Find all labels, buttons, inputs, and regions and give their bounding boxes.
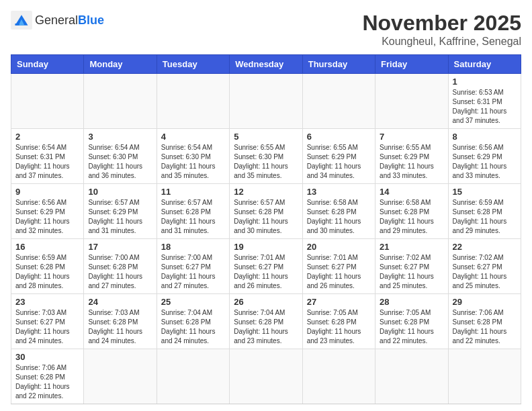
day-info: Sunrise: 6:55 AM Sunset: 6:29 PM Dayligh… (307, 143, 371, 181)
day-number: 15 (453, 187, 517, 197)
calendar-week-row: 16Sunrise: 6:59 AM Sunset: 6:28 PM Dayli… (11, 239, 521, 294)
weekday-header-tuesday: Tuesday (157, 55, 229, 74)
calendar-week-row: 9Sunrise: 6:56 AM Sunset: 6:29 PM Daylig… (11, 184, 521, 239)
day-info: Sunrise: 6:55 AM Sunset: 6:30 PM Dayligh… (234, 143, 298, 181)
calendar-cell (375, 74, 448, 129)
calendar-cell: 16Sunrise: 6:59 AM Sunset: 6:28 PM Dayli… (11, 239, 84, 294)
day-number: 5 (234, 132, 298, 142)
calendar-cell: 28Sunrise: 7:05 AM Sunset: 6:28 PM Dayli… (375, 294, 448, 349)
day-number: 14 (380, 187, 443, 197)
day-number: 12 (234, 187, 298, 197)
day-info: Sunrise: 6:59 AM Sunset: 6:28 PM Dayligh… (453, 198, 517, 236)
calendar-cell: 13Sunrise: 6:58 AM Sunset: 6:28 PM Dayli… (302, 184, 375, 239)
day-number: 4 (161, 132, 225, 142)
calendar-cell: 2Sunrise: 6:54 AM Sunset: 6:31 PM Daylig… (11, 129, 84, 184)
day-info: Sunrise: 6:57 AM Sunset: 6:28 PM Dayligh… (234, 198, 298, 236)
day-info: Sunrise: 7:05 AM Sunset: 6:28 PM Dayligh… (307, 308, 371, 346)
calendar-cell: 23Sunrise: 7:03 AM Sunset: 6:27 PM Dayli… (11, 294, 84, 349)
day-number: 23 (15, 297, 79, 307)
logo-text: GeneralBlue (35, 13, 104, 28)
weekday-header-thursday: Thursday (302, 55, 375, 74)
day-info: Sunrise: 7:00 AM Sunset: 6:27 PM Dayligh… (161, 253, 225, 291)
calendar-cell: 25Sunrise: 7:04 AM Sunset: 6:28 PM Dayli… (157, 294, 229, 349)
weekday-header-saturday: Saturday (448, 55, 521, 74)
calendar-cell (230, 74, 302, 129)
day-number: 13 (307, 187, 371, 197)
calendar-cell: 27Sunrise: 7:05 AM Sunset: 6:28 PM Dayli… (302, 294, 375, 349)
day-info: Sunrise: 6:54 AM Sunset: 6:30 PM Dayligh… (88, 143, 152, 181)
calendar-cell: 12Sunrise: 6:57 AM Sunset: 6:28 PM Dayli… (230, 184, 302, 239)
calendar-cell: 17Sunrise: 7:00 AM Sunset: 6:28 PM Dayli… (84, 239, 157, 294)
calendar-cell: 21Sunrise: 7:02 AM Sunset: 6:27 PM Dayli… (375, 239, 448, 294)
day-info: Sunrise: 6:59 AM Sunset: 6:28 PM Dayligh… (15, 253, 79, 291)
calendar-cell (84, 349, 157, 404)
day-number: 7 (380, 132, 443, 142)
calendar-cell: 6Sunrise: 6:55 AM Sunset: 6:29 PM Daylig… (302, 129, 375, 184)
day-info: Sunrise: 7:03 AM Sunset: 6:28 PM Dayligh… (88, 308, 152, 346)
day-info: Sunrise: 6:54 AM Sunset: 6:31 PM Dayligh… (15, 143, 79, 181)
day-info: Sunrise: 7:04 AM Sunset: 6:28 PM Dayligh… (161, 308, 225, 346)
day-number: 8 (453, 132, 517, 142)
day-number: 29 (453, 297, 517, 307)
calendar-cell: 7Sunrise: 6:55 AM Sunset: 6:29 PM Daylig… (375, 129, 448, 184)
calendar-cell: 22Sunrise: 7:02 AM Sunset: 6:27 PM Dayli… (448, 239, 521, 294)
day-number: 22 (453, 242, 517, 252)
calendar-cell: 9Sunrise: 6:56 AM Sunset: 6:29 PM Daylig… (11, 184, 84, 239)
day-number: 25 (161, 297, 225, 307)
month-year-title: November 2025 (362, 11, 521, 36)
calendar-cell (302, 74, 375, 129)
day-number: 30 (15, 352, 79, 362)
calendar-cell (11, 74, 84, 129)
day-info: Sunrise: 6:53 AM Sunset: 6:31 PM Dayligh… (453, 88, 517, 126)
calendar-week-row: 1Sunrise: 6:53 AM Sunset: 6:31 PM Daylig… (11, 74, 521, 129)
day-number: 9 (15, 187, 79, 197)
calendar-cell (157, 349, 229, 404)
logo-general: General (35, 13, 78, 27)
calendar-cell: 29Sunrise: 7:06 AM Sunset: 6:28 PM Dayli… (448, 294, 521, 349)
logo: GeneralBlue (11, 11, 104, 30)
day-number: 16 (15, 242, 79, 252)
day-number: 18 (161, 242, 225, 252)
calendar-cell: 19Sunrise: 7:01 AM Sunset: 6:27 PM Dayli… (230, 239, 302, 294)
day-number: 6 (307, 132, 371, 142)
calendar-cell: 18Sunrise: 7:00 AM Sunset: 6:27 PM Dayli… (157, 239, 229, 294)
calendar-week-row: 23Sunrise: 7:03 AM Sunset: 6:27 PM Dayli… (11, 294, 521, 349)
location-subtitle: Koungheul, Kaffrine, Senegal (362, 36, 521, 48)
calendar-cell: 4Sunrise: 6:54 AM Sunset: 6:30 PM Daylig… (157, 129, 229, 184)
day-number: 19 (234, 242, 298, 252)
day-info: Sunrise: 6:58 AM Sunset: 6:28 PM Dayligh… (380, 198, 443, 236)
calendar-cell: 1Sunrise: 6:53 AM Sunset: 6:31 PM Daylig… (448, 74, 521, 129)
day-number: 21 (380, 242, 443, 252)
day-info: Sunrise: 6:58 AM Sunset: 6:28 PM Dayligh… (307, 198, 371, 236)
calendar-cell: 15Sunrise: 6:59 AM Sunset: 6:28 PM Dayli… (448, 184, 521, 239)
day-info: Sunrise: 7:05 AM Sunset: 6:28 PM Dayligh… (380, 308, 443, 346)
weekday-header-sunday: Sunday (11, 55, 84, 74)
day-info: Sunrise: 6:57 AM Sunset: 6:29 PM Dayligh… (88, 198, 152, 236)
day-info: Sunrise: 7:01 AM Sunset: 6:27 PM Dayligh… (307, 253, 371, 291)
calendar-cell: 20Sunrise: 7:01 AM Sunset: 6:27 PM Dayli… (302, 239, 375, 294)
calendar-cell (84, 74, 157, 129)
calendar-cell: 24Sunrise: 7:03 AM Sunset: 6:28 PM Dayli… (84, 294, 157, 349)
day-info: Sunrise: 7:00 AM Sunset: 6:28 PM Dayligh… (88, 253, 152, 291)
logo-blue: Blue (78, 13, 104, 27)
svg-rect-3 (15, 24, 19, 26)
calendar-cell (157, 74, 229, 129)
day-info: Sunrise: 7:06 AM Sunset: 6:28 PM Dayligh… (453, 308, 517, 346)
calendar-cell: 8Sunrise: 6:56 AM Sunset: 6:29 PM Daylig… (448, 129, 521, 184)
day-number: 26 (234, 297, 298, 307)
day-info: Sunrise: 7:06 AM Sunset: 6:28 PM Dayligh… (15, 363, 79, 401)
weekday-header-row: SundayMondayTuesdayWednesdayThursdayFrid… (11, 55, 521, 74)
calendar-cell (230, 349, 302, 404)
calendar-cell (448, 349, 521, 404)
day-info: Sunrise: 7:02 AM Sunset: 6:27 PM Dayligh… (453, 253, 517, 291)
calendar-cell: 11Sunrise: 6:57 AM Sunset: 6:28 PM Dayli… (157, 184, 229, 239)
day-info: Sunrise: 7:04 AM Sunset: 6:28 PM Dayligh… (234, 308, 298, 346)
day-info: Sunrise: 6:56 AM Sunset: 6:29 PM Dayligh… (15, 198, 79, 236)
calendar-cell: 30Sunrise: 7:06 AM Sunset: 6:28 PM Dayli… (11, 349, 84, 404)
calendar-cell: 3Sunrise: 6:54 AM Sunset: 6:30 PM Daylig… (84, 129, 157, 184)
day-number: 17 (88, 242, 152, 252)
calendar-cell: 5Sunrise: 6:55 AM Sunset: 6:30 PM Daylig… (230, 129, 302, 184)
day-info: Sunrise: 7:01 AM Sunset: 6:27 PM Dayligh… (234, 253, 298, 291)
calendar-cell (375, 349, 448, 404)
day-number: 27 (307, 297, 371, 307)
